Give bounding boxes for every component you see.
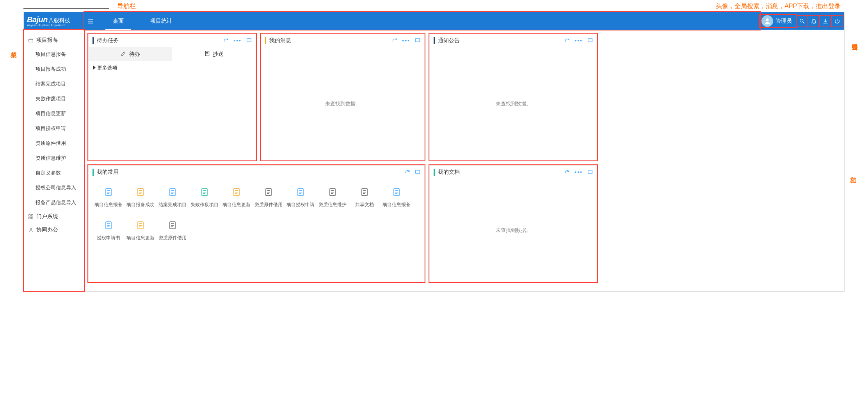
doc-icon [359,187,370,198]
sidebar-group-2[interactable]: 协同办公 [24,223,84,237]
favorite-label: 项目信息报备 [382,201,411,208]
sidebar-item-0-0[interactable]: 项目信息报备 [24,47,84,62]
panel-docs: 我的文档 ••• 未查找到数据。 [429,165,597,282]
favorite-label: 结案完成项目 [158,201,187,208]
panel-stripe [434,169,435,176]
doc-icon [199,187,210,198]
annotation-nav: 导航栏 [117,2,136,11]
hamburger-icon[interactable] [84,12,97,30]
nav-tab-0[interactable]: 桌面 [97,12,140,30]
favorite-label: 授权申请书 [97,235,120,241]
header: Bajun 八骏科技 Anyone,Anytime,Anywhere! 桌面项目… [24,12,844,30]
doc-icon [167,220,178,231]
panel-title: 我的常用 [97,169,405,176]
doc-icon [295,187,306,198]
doc-icon [167,187,178,198]
sidebar-item-0-8[interactable]: 自定义参数 [24,166,84,180]
expand-icon[interactable] [587,169,593,176]
doc-icon [231,187,242,198]
favorite-item-11[interactable]: 项目信息更新 [125,220,157,241]
svg-rect-68 [588,170,592,173]
power-icon[interactable] [832,16,843,27]
favorite-item-6[interactable]: 项目授权申请 [285,187,317,208]
more-options[interactable]: 更多选项 [89,61,256,75]
favorite-item-8[interactable]: 共享文档 [349,187,381,208]
refresh-icon[interactable] [564,169,570,176]
doc-icon [135,187,146,198]
sidebar-group-1[interactable]: 门户系统 [24,210,84,223]
svg-rect-5 [31,215,33,216]
sidebar-item-0-4[interactable]: 项目信息更新 [24,106,84,121]
favorite-label: 资质原件借用 [254,201,283,208]
doc-icon [103,220,114,231]
svg-line-2 [803,22,804,23]
favorite-item-9[interactable]: 项目信息报备 [381,187,413,208]
refresh-icon[interactable] [405,169,410,176]
sidebar: 项目报备项目信息报备项目报备成功结案完成项目失败作废项目项目信息更新项目授权申请… [24,30,84,291]
sidebar-item-0-1[interactable]: 项目报备成功 [24,62,84,77]
favorite-label: 项目信息报备 [94,201,123,208]
nav-bar: 桌面项目统计 [84,12,760,30]
more-icon[interactable]: ••• [233,37,242,44]
sidebar-item-0-10[interactable]: 报备产品信息导入 [24,195,84,210]
panel-stripe [92,169,94,176]
expand-icon[interactable] [587,37,593,44]
more-icon[interactable]: ••• [402,37,410,44]
nodata-text: 未查找到数据。 [261,47,424,160]
favorite-item-1[interactable]: 项目报备成功 [125,187,157,208]
expand-icon[interactable] [246,37,252,44]
sidebar-item-0-9[interactable]: 授权公司信息导入 [24,180,84,195]
doc-icon [135,220,146,231]
expand-icon[interactable] [415,37,420,44]
folder-icon [28,37,34,43]
todo-tab-0[interactable]: 待办 [89,47,172,61]
sidebar-item-0-7[interactable]: 资质信息维护 [24,151,84,166]
user-icon [28,227,34,233]
annotation-underline [23,8,109,9]
svg-point-0 [766,18,769,21]
favorite-item-5[interactable]: 资质原件借用 [253,187,285,208]
logo-cn: 八骏科技 [48,17,70,24]
panel-favorites: 我的常用 项目信息报备项目报备成功结案完成项目失败作废项目项目信息更新资质原件借… [88,165,425,282]
svg-rect-15 [416,170,420,173]
favorite-label: 资质信息维护 [318,201,347,208]
sidebar-group-0[interactable]: 项目报备 [24,34,84,47]
content: 待办任务 ••• 待办抄送 更多选项 [84,30,844,291]
refresh-icon[interactable] [223,37,229,44]
favorite-label: 项目报备成功 [126,201,155,208]
favorite-item-2[interactable]: 结案完成项目 [157,187,189,208]
favorite-item-4[interactable]: 项目信息更新 [221,187,253,208]
more-icon[interactable]: ••• [575,169,583,176]
bell-icon[interactable] [808,16,819,27]
header-right: 管理员 [760,12,844,30]
svg-rect-13 [416,38,420,41]
sidebar-item-0-2[interactable]: 结案完成项目 [24,77,84,91]
panel-messages: 我的消息 ••• 未查找到数据。 [261,34,425,160]
expand-icon[interactable] [415,169,420,176]
favorite-label: 共享文档 [355,201,374,208]
sidebar-item-0-3[interactable]: 失败作废项目 [24,91,84,106]
more-icon[interactable]: ••• [575,37,583,44]
logo-brand: Bajun [27,15,48,24]
favorite-item-3[interactable]: 失败作废项目 [189,187,221,208]
todo-tab-1[interactable]: 抄送 [172,47,256,61]
sidebar-item-0-5[interactable]: 项目授权申请 [24,121,84,136]
avatar[interactable] [761,15,773,27]
favorite-item-7[interactable]: 资质信息维护 [317,187,349,208]
favorite-item-10[interactable]: 授权申请书 [92,220,125,241]
favorite-item-12[interactable]: 资质原件借用 [157,220,189,241]
favorite-item-0[interactable]: 项目信息报备 [92,187,125,208]
download-icon[interactable] [820,16,831,27]
svg-rect-3 [29,39,33,42]
panel-stripe [434,37,435,44]
refresh-icon[interactable] [392,37,397,44]
svg-rect-14 [588,38,592,41]
user-name: 管理员 [776,18,792,25]
doc-icon [204,50,210,58]
refresh-icon[interactable] [564,37,570,44]
sidebar-item-0-6[interactable]: 资质原件借用 [24,136,84,151]
nav-tab-1[interactable]: 项目统计 [140,12,183,30]
favorite-label: 资质原件借用 [158,235,187,241]
search-icon[interactable] [797,16,808,27]
svg-point-8 [30,228,32,230]
